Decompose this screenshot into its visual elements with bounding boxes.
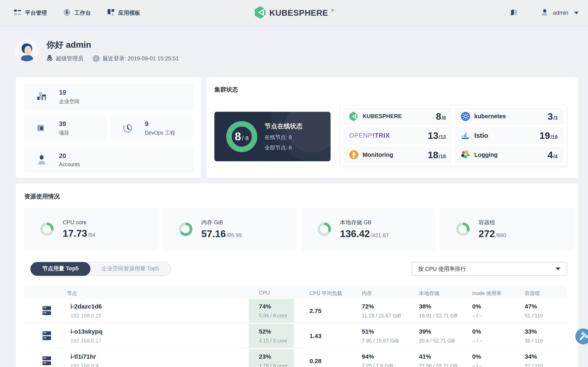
node-name[interactable]: i-o13skypq: [70, 328, 103, 335]
server-icon: [41, 305, 53, 317]
node-ip: 192.168.0.9: [70, 363, 98, 367]
component-name: KUBESPHERE: [363, 113, 402, 119]
total-node-count: / 8: [242, 135, 249, 142]
pods-detail: 37 / 110: [525, 363, 543, 367]
cpu-load: 1.43: [310, 333, 321, 340]
kubesphere-mark-icon: [254, 6, 266, 20]
clock-icon: ✓: [93, 55, 100, 62]
storage-detail: 20.4 / 52.71 GB: [419, 338, 455, 344]
memory-percent: 51%: [362, 328, 399, 335]
resource-storage[interactable]: 本地存储 GB 136.42/421.67: [302, 208, 435, 250]
node-status-text: 节点在线状态 在线节点: 8 全部节点: 8: [265, 122, 303, 151]
col-header-node: 节点: [67, 290, 77, 297]
component-count: 3: [548, 111, 553, 122]
server-icon: [41, 330, 53, 342]
resource-value: 17.73: [63, 228, 87, 239]
cpu-detail: 1.79 / 8 core: [259, 363, 294, 367]
pods-percent: 33%: [525, 328, 543, 335]
cpu-usage-cell: 74%5.89 / 8 core: [249, 299, 294, 323]
table-row[interactable]: i-tl1i71hr192.168.0.9 23%1.79 / 8 core 0…: [24, 349, 567, 367]
resource-total: /64: [88, 232, 95, 238]
kubesphere-logo[interactable]: KUBESPHERE ®: [254, 0, 334, 26]
component-total: /13: [439, 134, 446, 140]
node-ip: 192.168.0.15: [70, 313, 102, 319]
col-header-memory: 内存: [362, 290, 372, 297]
tab-workspace-usage[interactable]: 企业空间资源用量 Top5: [90, 262, 171, 276]
cpu-donut: [40, 222, 54, 236]
component-kubernetes[interactable]: kubernetes 3/3: [455, 108, 564, 125]
greeting-title: 你好 admin: [46, 39, 179, 50]
avatar-face: [25, 46, 31, 55]
stat-value: 20: [59, 152, 80, 160]
tab-node-usage[interactable]: 节点用量 Top5: [30, 262, 90, 276]
table-row[interactable]: i-2dazc1d6192.168.0.15 74%5.89 / 8 core …: [24, 299, 567, 323]
component-total: /18: [439, 154, 446, 159]
inode-detail: – / –: [472, 313, 482, 319]
pods-detail: 51 / 110: [525, 313, 543, 319]
cluster-status-title: 集群状态: [214, 86, 238, 94]
role-label: 超级管理员: [56, 55, 83, 62]
cpu-percent: 52%: [259, 328, 294, 335]
memory-detail: 7.95 / 15.67 GiB: [362, 338, 399, 344]
resource-total: /421.67: [371, 232, 389, 239]
node-online-donut: 8 / 8: [226, 121, 257, 152]
table-header: 节点 CPU CPU 平均负载 内存 本地存储 inode 使用率 容器组: [24, 285, 567, 299]
pods-percent: 47%: [525, 303, 543, 310]
component-name: Monitoring: [363, 151, 393, 158]
storage-percent: 41%: [419, 353, 458, 360]
component-kubesphere[interactable]: KUBESPHERE 8/8: [343, 108, 452, 125]
col-header-load: CPU 平均负载: [310, 290, 342, 297]
component-istio[interactable]: Istio 19/19: [455, 127, 564, 144]
node-online-status-card[interactable]: 8 / 8 节点在线状态 在线节点: 8 全部节点: 8: [214, 112, 330, 161]
col-header-storage: 本地存储: [419, 290, 439, 297]
cluster-status-card: 集群状态 8 / 8 节点在线状态 在线节点: 8 全部节点: 8 KUBESP…: [207, 77, 578, 178]
nav-item-platform[interactable]: 平台管理: [13, 8, 47, 17]
openpitrix-logo: OPENP!TRIX: [349, 132, 390, 139]
stat-projects[interactable]: 39 项目: [24, 115, 107, 141]
sort-dropdown[interactable]: 按 CPU 使用率排行: [412, 262, 567, 276]
col-header-inode: inode 使用率: [472, 290, 502, 297]
resource-label: 内存 GiB: [201, 219, 242, 226]
component-logging[interactable]: Logging 4/4: [455, 147, 564, 163]
cpu-usage-cell: 23%1.79 / 8 core: [249, 349, 294, 367]
resource-memory[interactable]: 内存 GiB 57.16/85.99: [163, 208, 297, 250]
nav-item-app-templates[interactable]: 应用模板: [107, 8, 140, 17]
cpu-load: 0.28: [310, 358, 321, 365]
user-menu[interactable]: admin: [541, 8, 579, 17]
component-count: 4: [548, 149, 553, 160]
overview-stats-card: 19 企业空间 39 项目 9 DevOps 工程 20 Accounts: [16, 77, 201, 178]
node-name[interactable]: i-tl1i71hr: [70, 353, 98, 360]
table-row[interactable]: i-o13skypq192.168.0.17 52%4.15 / 8 core …: [24, 324, 567, 348]
component-name: Logging: [474, 151, 498, 158]
nav-right: admin: [510, 0, 579, 26]
stat-label: DevOps 工程: [145, 129, 175, 136]
pods-detail: 36 / 110: [525, 338, 543, 344]
resource-value: 272: [479, 228, 495, 239]
user-avatar-icon: [541, 8, 549, 17]
stat-accounts[interactable]: 20 Accounts: [24, 147, 194, 173]
devops-history-icon: [122, 122, 134, 134]
nav-item-workbench[interactable]: 工作台: [63, 8, 91, 18]
resource-total: /880: [495, 232, 506, 239]
component-count: 18: [428, 149, 438, 160]
component-monitoring[interactable]: Monitoring 18/18: [343, 147, 452, 163]
role-badge-icon: [46, 54, 53, 63]
cpu-usage-cell: 52%4.15 / 8 core: [249, 324, 294, 348]
cpu-percent: 23%: [259, 353, 294, 360]
node-usage-table: 节点 CPU CPU 平均负载 内存 本地存储 inode 使用率 容器组 i-…: [24, 285, 567, 367]
stat-workspaces[interactable]: 19 企业空间: [24, 83, 194, 110]
docs-book-icon[interactable]: [510, 8, 518, 17]
resource-cpu[interactable]: CPU core 17.73/64: [24, 208, 158, 250]
resource-pods[interactable]: 容器组 272/880: [440, 208, 574, 250]
component-count: 8: [436, 111, 441, 122]
resource-label: 容器组: [479, 219, 506, 226]
node-name[interactable]: i-2dazc1d6: [70, 303, 102, 310]
component-total: /8: [442, 115, 446, 121]
component-openpitrix[interactable]: OPENP!TRIX 13/13: [343, 127, 452, 144]
stat-devops[interactable]: 9 DevOps 工程: [110, 115, 193, 141]
nav-item-label: 平台管理: [25, 9, 47, 17]
avatar[interactable]: [15, 40, 38, 62]
node-status-title: 节点在线状态: [265, 122, 303, 131]
component-total: /19: [550, 134, 558, 140]
component-count: 19: [539, 130, 550, 141]
